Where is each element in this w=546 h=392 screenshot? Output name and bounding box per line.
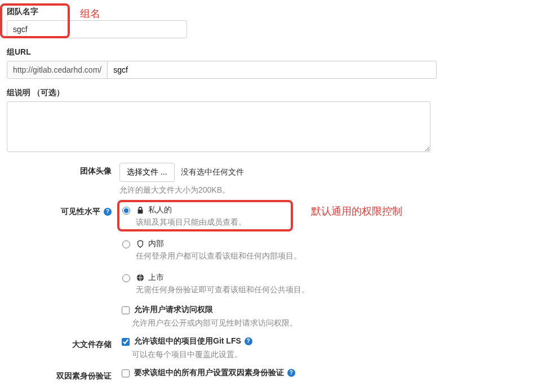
group-url-prefix: http://gitlab.cedarhd.com/ (7, 61, 108, 79)
visibility-title-public: 上市 (148, 273, 164, 283)
visibility-title-private: 私人的 (148, 205, 172, 215)
lfs-desc: 可以在每个项目中覆盖此设置。 (132, 350, 539, 360)
access-request-label: 允许用户请求访问权限 (134, 305, 213, 315)
visibility-label: 可见性水平 ? (7, 203, 119, 217)
choose-file-button[interactable]: 选择文件 ... (119, 163, 175, 182)
lfs-checkbox[interactable] (122, 338, 130, 346)
avatar-hint: 允许的最大文件大小为200KB。 (119, 185, 539, 195)
two-factor-label: 双因素身份验证 (7, 368, 119, 381)
visibility-radio-internal[interactable] (122, 240, 130, 248)
globe-icon (136, 273, 145, 282)
file-status: 没有选中任何文件 (181, 167, 244, 176)
visibility-desc-internal: 任何登录用户都可以查看该组和任何内部项目。 (136, 251, 539, 261)
team-name-annotation: 组名 (80, 7, 100, 20)
access-request-checkbox-row[interactable]: 允许用户请求访问权限 (119, 305, 539, 316)
help-icon[interactable]: ? (287, 369, 295, 377)
team-name-input[interactable] (7, 20, 187, 38)
lfs-checkbox-label: 允许该组中的项目使用Git LFS ? (134, 336, 252, 346)
group-url-label: 组URL (7, 47, 539, 57)
visibility-desc-public: 无需任何身份验证即可查看该组和任何公共项目。 (136, 285, 539, 295)
visibility-radio-private[interactable] (122, 207, 130, 215)
avatar-label: 团体头像 (7, 163, 119, 176)
lfs-label: 大文件存储 (7, 336, 119, 350)
lock-icon (136, 206, 145, 215)
access-request-desc: 允许用户在公开或内部可见性时请求访问权限。 (132, 318, 539, 328)
visibility-option-internal[interactable]: 内部 任何登录用户都可以查看该组和任何内部项目。 (119, 237, 539, 263)
lfs-checkbox-row[interactable]: 允许该组中的项目使用Git LFS ? (119, 336, 539, 348)
visibility-annotation: 默认通用的权限控制 (311, 204, 402, 218)
help-icon[interactable]: ? (245, 337, 252, 345)
access-request-checkbox[interactable] (122, 306, 130, 314)
visibility-radio-public[interactable] (122, 274, 130, 282)
visibility-desc-private: 该组及其项目只能由成员查看。 (136, 217, 539, 228)
two-factor-checkbox-label: 要求该组中的所有用户设置双因素身份验证 ? (134, 368, 295, 378)
help-icon[interactable]: ? (104, 208, 112, 216)
visibility-title-internal: 内部 (148, 239, 164, 249)
shield-icon (136, 239, 145, 248)
visibility-option-public[interactable]: 上市 无需任何身份验证即可查看该组和任何公共项目。 (119, 271, 539, 297)
two-factor-checkbox-row[interactable]: 要求该组中的所有用户设置双因素身份验证 ? (119, 368, 539, 379)
two-factor-checkbox[interactable] (122, 369, 130, 377)
group-desc-label: 组说明 （可选） (7, 88, 539, 98)
group-desc-textarea[interactable] (7, 101, 430, 152)
group-url-input[interactable] (108, 61, 437, 79)
